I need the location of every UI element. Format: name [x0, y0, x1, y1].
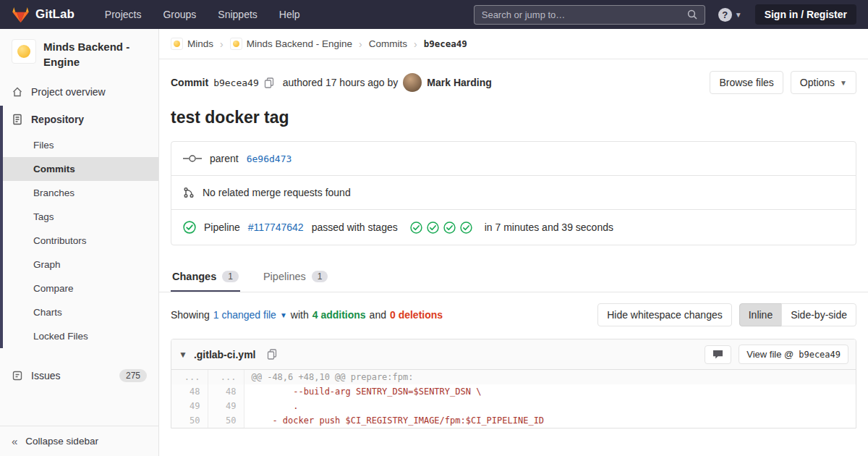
gitlab-home-link[interactable]: GitLab — [12, 6, 75, 23]
pipeline-prefix: Pipeline — [204, 221, 240, 233]
nav-item-groups[interactable]: Groups — [163, 9, 196, 20]
pipeline-duration: in 7 minutes and 39 seconds — [485, 221, 613, 233]
issues-count-badge: 275 — [119, 369, 147, 382]
commit-meta-row: Commit b9ecea49 authored 17 hours ago by… — [159, 59, 868, 97]
nav-item-help[interactable]: Help — [279, 9, 300, 20]
sidebar-item-files[interactable]: Files — [3, 133, 158, 157]
sidebar-item-compare[interactable]: Compare — [3, 276, 158, 300]
breadcrumb-current-sha: b9ecea49 — [424, 38, 467, 49]
commit-info-box: parent 6e96d473 No related merge request… — [171, 141, 856, 245]
sidebar-item-issues[interactable]: Issues 275 — [0, 361, 158, 390]
repository-subnav: Files Commits Branches Tags Contributors… — [3, 133, 158, 348]
copy-sha-button[interactable] — [264, 77, 274, 88]
related-mr-text: No related merge requests found — [203, 187, 351, 198]
new-line-number: ... — [208, 370, 244, 384]
view-file-sha: b9ecea49 — [799, 350, 841, 360]
commit-tabs: Changes 1 Pipelines 1 — [159, 261, 868, 292]
project-avatar-blob — [17, 45, 30, 58]
sidebar-item-project-overview[interactable]: Project overview — [0, 78, 158, 106]
options-label: Options — [800, 77, 835, 88]
with-label: with — [291, 309, 309, 321]
copy-file-path-button[interactable] — [267, 349, 277, 360]
nav-item-snippets[interactable]: Snippets — [218, 9, 257, 20]
diff-row: 48 48 --build-arg SENTRY_DSN=$SENTRY_DSN… — [171, 384, 856, 399]
project-avatar — [12, 39, 36, 64]
diff-file-container: ▼ .gitlab-ci.yml View file @ b9ecea49 — [171, 339, 856, 428]
old-line-number: ... — [171, 370, 208, 384]
sidebar-item-label: Repository — [31, 114, 84, 125]
toggle-comments-button[interactable] — [705, 345, 731, 364]
old-line-number[interactable]: 50 — [171, 413, 208, 428]
commit-label: Commit — [171, 77, 208, 88]
sidebar-item-charts[interactable]: Charts — [3, 300, 158, 324]
diff-file-header: ▼ .gitlab-ci.yml View file @ b9ecea49 — [171, 339, 856, 370]
sidebar-item-repository[interactable]: Repository — [3, 106, 158, 133]
sidebar-item-label: Project overview — [31, 86, 106, 98]
sidebar-item-tags[interactable]: Tags — [3, 205, 158, 229]
pipeline-stage-passed-icon[interactable] — [460, 221, 472, 234]
commit-icon — [183, 154, 202, 163]
help-dropdown[interactable]: ? ▼ — [718, 8, 742, 22]
changes-count-badge: 1 — [222, 271, 239, 282]
new-line-number[interactable]: 50 — [208, 413, 244, 428]
nav-item-projects[interactable]: Projects — [105, 9, 142, 20]
breadcrumb-separator: › — [359, 38, 362, 50]
pipeline-stage-passed-icon[interactable] — [427, 221, 439, 234]
changed-files-label: 1 changed file — [213, 309, 276, 321]
new-line-number[interactable]: 49 — [208, 399, 244, 413]
pipeline-stage-passed-icon[interactable] — [443, 221, 456, 234]
pipeline-row: Pipeline #117747642 passed with stages — [171, 210, 856, 245]
options-dropdown-button[interactable]: Options ▼ — [791, 71, 856, 94]
browse-files-button[interactable]: Browse files — [710, 71, 783, 94]
author-name[interactable]: Mark Harding — [427, 77, 491, 88]
nav-menu: Projects Groups Snippets Help — [105, 9, 300, 20]
search-input[interactable] — [482, 9, 687, 20]
breadcrumb-group[interactable]: Minds — [171, 38, 213, 50]
browse-files-label: Browse files — [719, 77, 773, 88]
breadcrumb-commits[interactable]: Commits — [369, 38, 407, 49]
status-passed-icon[interactable] — [183, 221, 196, 234]
changed-files-dropdown[interactable]: 1 changed file ▼ — [213, 309, 287, 321]
new-line-number[interactable]: 48 — [208, 384, 244, 399]
repository-icon — [12, 114, 23, 125]
sign-in-button[interactable]: Sign in / Register — [755, 4, 856, 25]
view-file-button[interactable]: View file @ b9ecea49 — [739, 345, 848, 364]
hide-whitespace-button[interactable]: Hide whitespace changes — [597, 303, 732, 326]
pipeline-id-link[interactable]: #117747642 — [248, 221, 304, 233]
diff-hunk-row: ... ... @@ -48,6 +48,10 @@ prepare:fpm: — [171, 370, 856, 384]
old-line-number[interactable]: 49 — [171, 399, 208, 413]
sidebar-item-contributors[interactable]: Contributors — [3, 229, 158, 253]
old-line-number[interactable]: 48 — [171, 384, 208, 399]
sidebar-section-repository: Repository Files Commits Branches Tags C… — [0, 106, 158, 348]
tanuki-icon — [12, 6, 30, 23]
pipelines-count-badge: 1 — [312, 271, 328, 282]
side-by-side-label: Side-by-side — [791, 309, 847, 321]
parent-sha-link[interactable]: 6e96d473 — [247, 153, 292, 164]
project-sidebar: Minds Backend - Engine Project overview … — [0, 29, 159, 456]
inline-label: Inline — [749, 309, 773, 321]
hunk-header-text: @@ -48,6 +48,10 @@ prepare:fpm: — [244, 370, 856, 384]
collapse-sidebar-button[interactable]: « Collapse sidebar — [0, 426, 158, 456]
sidebar-item-locked-files[interactable]: Locked Files — [3, 324, 158, 348]
breadcrumb-label: Commits — [369, 38, 407, 49]
collapse-diff-icon[interactable]: ▼ — [179, 350, 187, 360]
sidebar-item-commits[interactable]: Commits — [3, 157, 158, 181]
parent-row: parent 6e96d473 — [171, 142, 856, 176]
sidebar-item-branches[interactable]: Branches — [3, 181, 158, 205]
pipeline-stage-passed-icon[interactable] — [410, 221, 422, 234]
chevron-down-icon: ▼ — [735, 11, 742, 19]
project-header-link[interactable]: Minds Backend - Engine — [0, 29, 158, 78]
breadcrumb-project[interactable]: Minds Backend - Engine — [230, 38, 352, 50]
author-avatar[interactable] — [403, 73, 422, 92]
diff-file-name[interactable]: .gitlab-ci.yml — [194, 349, 256, 360]
side-by-side-view-button[interactable]: Side-by-side — [781, 303, 856, 326]
sidebar-item-graph[interactable]: Graph — [3, 253, 158, 276]
inline-view-button[interactable]: Inline — [739, 303, 782, 326]
double-chevron-left-icon: « — [12, 436, 17, 447]
tab-changes[interactable]: Changes 1 — [171, 261, 240, 292]
tab-pipelines[interactable]: Pipelines 1 — [262, 261, 330, 292]
view-file-label: View file @ — [746, 349, 793, 360]
tab-label: Pipelines — [263, 271, 306, 282]
global-search[interactable] — [474, 5, 705, 25]
chevron-down-icon: ▼ — [840, 79, 847, 87]
